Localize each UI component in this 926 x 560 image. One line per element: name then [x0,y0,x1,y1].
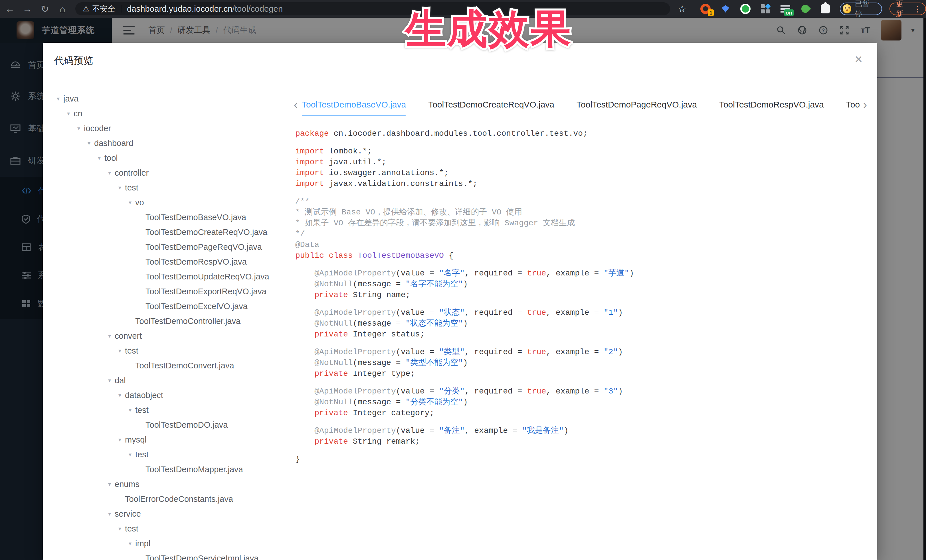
tree-folder-row[interactable]: ▾dashboard [43,136,292,151]
tree-folder-row[interactable]: ▾convert [43,329,292,343]
tree-file-row[interactable]: ▾ToolTestDemoExportReqVO.java [43,284,292,299]
tree-expand-icon[interactable]: ▾ [55,91,61,106]
tab-tooltestdemobasevo-java[interactable]: ToolTestDemoBaseVO.java [302,94,406,116]
tree-expand-icon[interactable]: ▾ [117,521,123,536]
tree-expand-icon[interactable]: ▾ [127,536,133,551]
tree-expand-icon[interactable]: ▾ [117,180,123,195]
tree-node-label: ToolTestDemoMapper.java [145,462,243,477]
code-line: @ApiModelProperty(value = "分类", required… [295,386,869,397]
tab-tooltestdemocreatereqvo-java[interactable]: ToolTestDemoCreateReqVO.java [428,94,554,116]
tree-folder-row[interactable]: ▾enums [43,477,292,492]
tree-folder-row[interactable]: ▾vo [43,195,292,210]
tree-file-row[interactable]: ▾ToolTestDemoController.java [43,314,292,329]
tree-node-label: dataobject [125,388,163,403]
tree-node-label: iocoder [84,121,111,136]
tree-file-row[interactable]: ▾ToolErrorCodeConstants.java [43,492,292,506]
code-line: private String remark; [295,436,869,447]
code-line [295,300,869,307]
close-icon[interactable]: × [855,53,862,66]
tree-file-row[interactable]: ▾ToolTestDemoServiceImpl.java [43,551,292,560]
tree-node-label: ToolTestDemoPageReqVO.java [145,240,262,254]
tree-expand-icon[interactable]: ▾ [127,403,133,417]
tree-folder-row[interactable]: ▾test [43,521,292,536]
tree-file-row[interactable]: ▾ToolTestDemoExcelVO.java [43,299,292,314]
tree-folder-row[interactable]: ▾test [43,180,292,195]
tree-expand-icon[interactable]: ▾ [127,195,133,210]
tree-folder-row[interactable]: ▾tool [43,151,292,165]
tree-expand-icon[interactable]: ▾ [107,477,112,492]
tree-file-row[interactable]: ▾ToolTestDemoCreateReqVO.java [43,225,292,240]
code-line: } [295,454,869,465]
tabs-scroll-left-icon[interactable]: ‹ [294,94,298,116]
tree-file-row[interactable]: ▾ToolTestDemoUpdateReqVO.java [43,269,292,284]
code-line: package cn.iocoder.dashboard.modules.too… [295,128,869,139]
code-line: * 测试示例 Base VO，提供给添加、修改、详细的子 VO 使用 [295,207,869,218]
tree-expand-icon[interactable]: ▾ [107,165,112,180]
tree-folder-row[interactable]: ▾java [43,91,292,106]
screen: ← → ↻ ⌂ ⚠ 不安全 dashboard.yudao.iocoder.cn… [0,0,926,560]
tree-expand-icon[interactable]: ▾ [97,151,102,165]
tree-node-label: impl [135,536,150,551]
code-line [295,340,869,347]
code-line: */ [295,229,869,240]
tree-folder-row[interactable]: ▾dataobject [43,388,292,403]
tree-expand-icon[interactable]: ▾ [86,136,92,151]
code-line [295,189,869,196]
tree-folder-row[interactable]: ▾mysql [43,432,292,447]
tree-node-label: ToolTestDemoServiceImpl.java [145,551,259,560]
code-line: private String name; [295,290,869,300]
code-line: /** [295,196,869,207]
tree-file-row[interactable]: ▾ToolTestDemoConvert.java [43,358,292,373]
tree-node-label: test [135,447,148,462]
tab-tooltestdemorespvo-java[interactable]: ToolTestDemoRespVO.java [719,94,824,116]
tabs-scroll-right-icon[interactable]: › [863,94,867,116]
tree-file-row[interactable]: ▾ToolTestDemoPageReqVO.java [43,240,292,254]
code-line [295,139,869,146]
tree-node-label: test [125,343,138,358]
tab-tooltestdemopagereqvo-java[interactable]: ToolTestDemoPageReqVO.java [576,94,697,116]
tree-folder-row[interactable]: ▾test [43,447,292,462]
tree-node-label: cn [74,106,82,121]
code-line: @Data [295,240,869,251]
code-line: import java.util.*; [295,157,869,168]
tree-file-row[interactable]: ▾ToolTestDemoBaseVO.java [43,210,292,225]
annotation-banner: 生成效果 [51,8,926,50]
tree-file-row[interactable]: ▾ToolTestDemoMapper.java [43,462,292,477]
code-line: import io.swagger.annotations.*; [295,168,869,178]
window-edge [923,18,926,560]
tree-node-label: service [115,506,141,521]
tree-folder-row[interactable]: ▾iocoder [43,121,292,136]
tree-file-row[interactable]: ▾ToolTestDemoDO.java [43,417,292,432]
tree-expand-icon[interactable]: ▾ [107,373,112,388]
code-line [295,447,869,454]
tree-expand-icon[interactable]: ▾ [66,106,71,121]
tree-node-label: dashboard [94,136,133,151]
tree-expand-icon[interactable]: ▾ [127,447,133,462]
tree-folder-row[interactable]: ▾dal [43,373,292,388]
code-line [295,261,869,268]
tree-folder-row[interactable]: ▾impl [43,536,292,551]
reload-icon[interactable]: ↻ [37,2,53,16]
tree-folder-row[interactable]: ▾test [43,403,292,417]
tree-folder-row[interactable]: ▾service [43,506,292,521]
tree-folder-row[interactable]: ▾controller [43,165,292,180]
tree-expand-icon[interactable]: ▾ [117,432,123,447]
tree-folder-row[interactable]: ▾cn [43,106,292,121]
code-line [295,418,869,426]
tree-expand-icon[interactable]: ▾ [107,329,112,343]
forward-icon[interactable]: → [20,2,35,16]
back-icon[interactable]: ← [2,2,17,16]
code-line: public class ToolTestDemoBaseVO { [295,251,869,261]
tree-node-label: java [64,91,79,106]
file-tabs: ‹ ToolTestDemoBaseVO.javaToolTestDemoCre… [294,94,867,117]
tree-expand-icon[interactable]: ▾ [117,343,123,358]
tree-expand-icon[interactable]: ▾ [117,388,123,403]
tree-node-label: controller [115,165,148,180]
tab-toolte[interactable]: ToolTe [846,94,859,116]
tree-folder-row[interactable]: ▾test [43,343,292,358]
tree-file-row[interactable]: ▾ToolTestDemoRespVO.java [43,254,292,269]
tree-expand-icon[interactable]: ▾ [107,506,112,521]
tree-node-label: mysql [125,432,147,447]
code-line: import lombok.*; [295,146,869,157]
tree-expand-icon[interactable]: ▾ [76,121,82,136]
